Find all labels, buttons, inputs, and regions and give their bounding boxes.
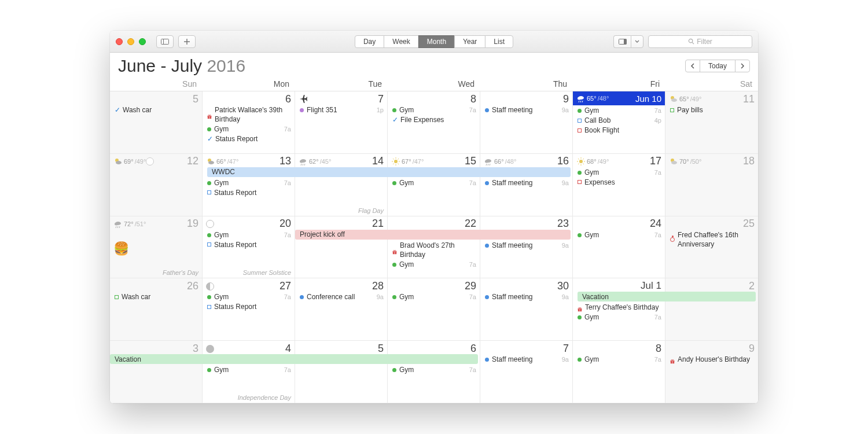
calendar-day-cell[interactable]: 28Conference call9a — [295, 278, 388, 341]
event-item[interactable]: Gym7a — [576, 106, 661, 115]
calendar-day-cell[interactable]: 21 — [295, 216, 388, 279]
event-item[interactable]: Andy Houser's Birthday — [669, 355, 755, 364]
calendar-day-cell[interactable]: Jul 1Terry Chaffee's BirthdayGym7a — [573, 278, 665, 341]
event-item[interactable]: Status Report — [206, 240, 291, 249]
calendar-day-cell[interactable]: 29Gym7a — [388, 278, 480, 341]
event-item[interactable]: Status Report — [206, 188, 291, 197]
event-item[interactable]: Gym7a — [576, 168, 661, 177]
calendar-day-cell[interactable]: 69°/49°12 — [110, 154, 203, 216]
calendar-day-cell[interactable]: 6Gym7a — [388, 341, 480, 403]
view-tab-list[interactable]: List — [485, 35, 513, 48]
calendar-day-cell[interactable]: 20Gym7aStatus ReportSummer Solstice — [203, 216, 295, 279]
event-item[interactable]: Gym7a — [391, 178, 476, 187]
span-event-vacation2[interactable]: Vacation — [115, 355, 141, 363]
calendar-day-cell[interactable]: 72°/51°19🍔Father's Day — [110, 216, 203, 279]
event-item[interactable]: Gym7a — [391, 105, 476, 115]
calendar-day-cell[interactable]: 68°/49°17Gym7aExpenses — [573, 154, 665, 216]
calendar-day-cell[interactable]: 66°/47°13Gym7aStatus Report — [203, 154, 295, 216]
event-item[interactable]: Gym7a — [391, 365, 476, 374]
event-item[interactable]: Gym7a — [391, 260, 476, 269]
calendar-day-cell[interactable]: 5✓Wash car — [110, 91, 203, 154]
prev-month-button[interactable] — [685, 60, 700, 72]
today-button[interactable]: Today — [700, 60, 735, 72]
event-item[interactable]: Gym7a — [206, 124, 291, 134]
inspector-dropdown-button[interactable] — [631, 35, 643, 48]
day-number: 24 — [650, 218, 661, 230]
view-tab-week[interactable]: Week — [384, 35, 418, 48]
event-item[interactable]: Wash car — [113, 292, 198, 301]
toggle-sidebar-button[interactable] — [156, 35, 174, 48]
view-tab-month[interactable]: Month — [418, 35, 455, 48]
event-item[interactable]: ✓File Expenses — [391, 115, 476, 124]
calendar-day-cell[interactable]: 65°/48°Jun 10Gym7aCall Bob4pBook Flight — [573, 91, 665, 154]
calendar-day-cell[interactable]: 22Brad Wood's 27th BirthdayGym7a — [388, 216, 480, 279]
calendar-day-cell[interactable]: 30Staff meeting9a — [480, 278, 573, 341]
event-label: Gym — [214, 178, 282, 187]
next-month-button[interactable] — [735, 60, 750, 72]
calendar-day-cell[interactable]: 24Gym7a — [573, 216, 665, 279]
event-item[interactable]: Book Flight — [576, 126, 661, 135]
day-number: 9 — [563, 93, 569, 105]
calendar-day-cell[interactable]: 8Gym7a✓File Expenses — [388, 91, 480, 154]
event-item[interactable]: Brad Wood's 27th Birthday — [391, 241, 476, 259]
event-item[interactable]: Staff meeting9a — [484, 178, 569, 187]
event-item[interactable]: Staff meeting9a — [484, 105, 569, 115]
event-item[interactable]: Pay bills — [669, 105, 755, 115]
event-item[interactable]: Gym7a — [206, 292, 291, 301]
event-item[interactable]: Status Report — [206, 302, 291, 311]
event-item[interactable]: Expenses — [576, 178, 661, 187]
event-item[interactable]: Gym7a — [576, 355, 661, 364]
close-window-button[interactable] — [116, 38, 123, 45]
event-item[interactable]: Staff meeting9a — [484, 241, 569, 250]
event-item[interactable]: Gym7a — [576, 312, 661, 322]
span-event-vacation1[interactable]: Vacation — [582, 293, 609, 301]
zoom-window-button[interactable] — [139, 38, 146, 45]
event-item[interactable]: Staff meeting9a — [484, 355, 569, 364]
event-item[interactable]: Patrick Wallace's 39th Birthday — [206, 105, 291, 124]
event-item[interactable]: ✓Wash car — [113, 105, 198, 115]
view-tab-year[interactable]: Year — [454, 35, 486, 48]
calendar-day-cell[interactable]: 3 — [110, 341, 203, 403]
span-event-project[interactable]: Project kick off — [300, 230, 345, 238]
event-item[interactable]: Call Bob4p — [576, 116, 661, 125]
span-event-wwdc[interactable]: WWDC — [212, 168, 235, 176]
event-item[interactable]: Gym7a — [206, 178, 291, 187]
event-item[interactable]: Staff meeting9a — [484, 292, 569, 301]
event-item[interactable]: Gym7a — [391, 292, 476, 301]
svg-point-67 — [579, 308, 580, 309]
calendar-day-cell[interactable]: 2 — [665, 278, 758, 341]
event-item[interactable]: ✓Status Report — [206, 134, 291, 144]
calendar-day-cell[interactable]: 62°/45°14Flag Day — [295, 154, 388, 216]
events-list: Brad Wood's 27th BirthdayGym7a — [391, 241, 476, 269]
calendar-day-cell[interactable]: 8Gym7a — [573, 341, 665, 403]
calendar-day-cell[interactable]: 7Staff meeting9a — [480, 341, 573, 403]
events-list: ✓Wash car — [113, 105, 198, 115]
event-item[interactable]: Conference call9a — [299, 292, 384, 301]
calendar-day-cell[interactable]: 6Patrick Wallace's 39th BirthdayGym7a✓St… — [203, 91, 295, 154]
view-tab-day[interactable]: Day — [355, 35, 384, 48]
calendar-day-cell[interactable]: 5 — [295, 341, 388, 403]
calendar-day-cell[interactable]: 9Andy Houser's Birthday — [665, 341, 758, 403]
calendar-day-cell[interactable]: 26Wash car — [110, 278, 203, 341]
event-item[interactable]: Gym7a — [206, 365, 291, 374]
calendar-day-cell[interactable]: 4Gym7aIndependence Day — [203, 341, 295, 403]
calendar-day-cell[interactable]: 9Staff meeting9a — [480, 91, 573, 154]
event-item[interactable]: Gym7a — [576, 230, 661, 240]
event-item[interactable]: Gym7a — [206, 230, 291, 240]
search-field[interactable]: Filter — [648, 35, 752, 48]
calendar-day-cell[interactable]: 66°/48°16Staff meeting9a — [480, 154, 573, 216]
event-item[interactable]: Flight 3511p — [299, 105, 384, 115]
calendar-day-cell[interactable]: 65°/49°11Pay bills — [665, 91, 758, 154]
calendar-day-cell[interactable]: 25Fred Chaffee's 16th Anniversary — [665, 216, 758, 279]
minimize-window-button[interactable] — [127, 38, 134, 45]
event-item[interactable]: Fred Chaffee's 16th Anniversary — [669, 230, 755, 249]
calendar-day-cell[interactable]: 7Flight 3511p — [295, 91, 388, 154]
new-event-button[interactable] — [178, 35, 196, 48]
event-item[interactable]: Terry Chaffee's Birthday — [576, 303, 661, 312]
calendar-day-cell[interactable]: 23Staff meeting9a — [480, 216, 573, 279]
calendar-day-cell[interactable]: 70°/50°18 — [665, 154, 758, 216]
calendar-day-cell[interactable]: 67°/47°15Gym7a — [388, 154, 480, 216]
event-label: Status Report — [214, 188, 291, 197]
calendar-day-cell[interactable]: 27Gym7aStatus Report — [203, 278, 295, 341]
inspector-button[interactable] — [613, 35, 631, 48]
